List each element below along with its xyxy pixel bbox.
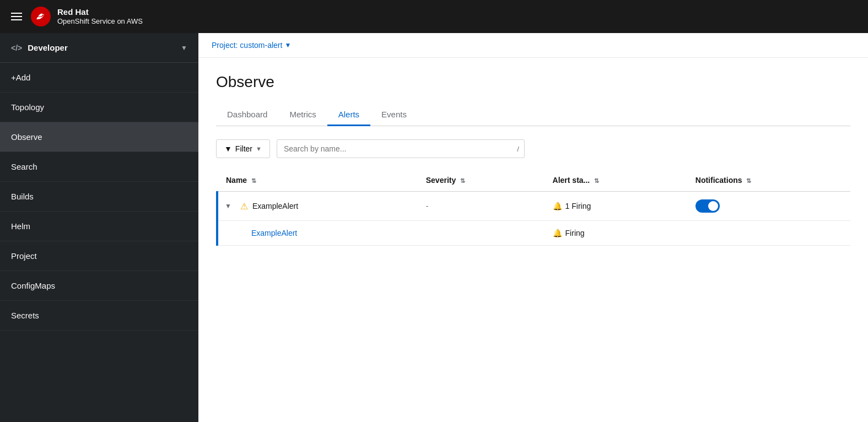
sidebar-item-project[interactable]: Project [0, 241, 198, 271]
tab-metrics[interactable]: Metrics [278, 104, 327, 126]
notifications-toggle[interactable] [696, 199, 720, 213]
alerts-table: Name ⇅ Severity ⇅ Alert sta... ⇅ Notif [216, 169, 850, 246]
filter-button[interactable]: ▼ Filter ▼ [216, 139, 270, 158]
search-field-wrap: / [277, 139, 525, 158]
filter-bar: ▼ Filter ▼ / [216, 139, 850, 158]
warning-triangle-icon: ⚠ [240, 201, 248, 212]
row-expand-chevron-icon[interactable]: ▼ [225, 202, 231, 210]
sidebar-item-topology[interactable]: Topology [0, 93, 198, 122]
detail-severity-cell [417, 221, 544, 246]
table-row: ▼ ⚠ ExampleAlert - 🔔 1 Firing [217, 192, 850, 221]
main-content: Project: custom-alert ▼ Observe Dashboar… [198, 33, 868, 422]
svg-point-0 [31, 7, 51, 26]
search-input[interactable] [277, 139, 525, 158]
perspective-chevron-icon: ▼ [181, 44, 187, 52]
col-header-name: Name ⇅ [217, 169, 417, 192]
perspective-switcher[interactable]: </> Developer ▼ [0, 33, 198, 63]
sidebar-item-add[interactable]: +Add [0, 63, 198, 93]
severity-sort-icon[interactable]: ⇅ [460, 177, 465, 184]
main-layout: </> Developer ▼ +Add Topology Observe Se… [0, 33, 868, 422]
app-logo [31, 7, 51, 26]
sidebar-item-helm[interactable]: Helm [0, 212, 198, 241]
name-sort-icon[interactable]: ⇅ [251, 177, 256, 184]
tabs: Dashboard Metrics Alerts Events [216, 104, 850, 126]
redhat-logo-icon [31, 7, 51, 26]
page-content: Observe Dashboard Metrics Alerts Events [198, 58, 868, 422]
topbar: Red Hat OpenShift Service on AWS [0, 0, 868, 33]
col-header-alert-status: Alert sta... ⇅ [544, 169, 687, 192]
sidebar-item-observe[interactable]: Observe [0, 122, 198, 152]
page-title: Observe [216, 73, 850, 91]
group-name-cell: ▼ ⚠ ExampleAlert [217, 192, 417, 221]
col-header-severity: Severity ⇅ [417, 169, 544, 192]
search-slash-hint: / [517, 145, 519, 153]
tab-alerts[interactable]: Alerts [327, 104, 370, 126]
hamburger-menu[interactable] [9, 10, 24, 23]
table-header: Name ⇅ Severity ⇅ Alert sta... ⇅ Notif [217, 169, 850, 192]
sidebar-item-configmaps[interactable]: ConfigMaps [0, 271, 198, 301]
table-row: ExampleAlert 🔔 Firing [217, 221, 850, 246]
bell-icon: 🔔 [553, 202, 562, 210]
project-chevron-icon[interactable]: ▼ [284, 41, 291, 49]
tab-events[interactable]: Events [370, 104, 418, 126]
notifications-sort-icon[interactable]: ⇅ [746, 177, 751, 184]
detail-bell-icon: 🔔 [553, 229, 562, 237]
code-icon: </> [11, 44, 22, 52]
app-title: Red Hat OpenShift Service on AWS [57, 7, 143, 26]
detail-alert-link[interactable]: ExampleAlert [251, 229, 297, 237]
sidebar-item-builds[interactable]: Builds [0, 182, 198, 212]
sidebar: </> Developer ▼ +Add Topology Observe Se… [0, 33, 198, 422]
toggle-knob [708, 201, 718, 211]
col-header-notifications: Notifications ⇅ [687, 169, 850, 192]
detail-name-cell: ExampleAlert [217, 221, 417, 246]
group-status-cell: 🔔 1 Firing [544, 192, 687, 221]
filter-chevron-icon: ▼ [256, 145, 262, 152]
filter-icon: ▼ [224, 144, 232, 153]
alert-status-sort-icon[interactable]: ⇅ [594, 177, 599, 184]
detail-notifications-cell [687, 221, 850, 246]
project-bar: Project: custom-alert ▼ [198, 33, 868, 58]
sidebar-item-secrets[interactable]: Secrets [0, 301, 198, 331]
table-body: ▼ ⚠ ExampleAlert - 🔔 1 Firing [217, 192, 850, 246]
perspective-label: Developer [28, 43, 68, 52]
sidebar-item-search[interactable]: Search [0, 152, 198, 182]
detail-status-cell: 🔔 Firing [544, 221, 687, 246]
group-severity-cell: - [417, 192, 544, 221]
tab-dashboard[interactable]: Dashboard [216, 104, 278, 126]
group-notifications-cell [687, 192, 850, 221]
project-selector[interactable]: Project: custom-alert [212, 41, 282, 50]
